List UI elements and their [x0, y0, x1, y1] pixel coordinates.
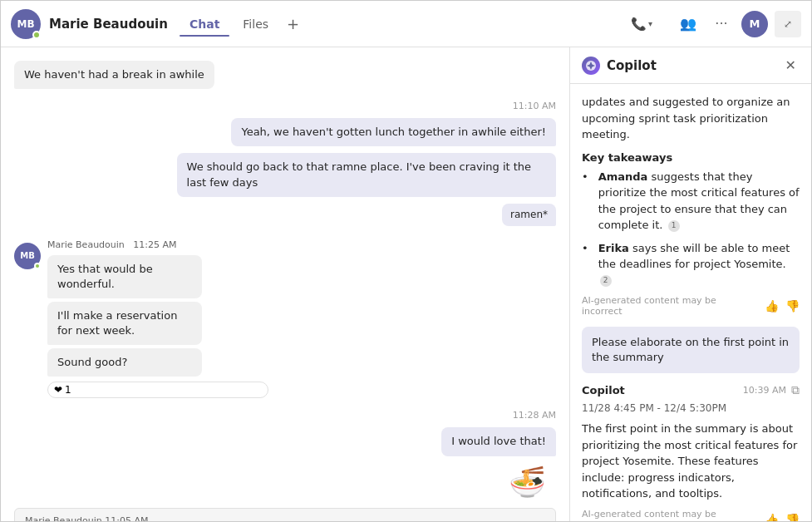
main-content: We haven't had a break in awhile 11:10 A…: [1, 47, 811, 521]
online-status-dot: [32, 31, 41, 39]
reaction-badge[interactable]: ❤️ 1: [47, 382, 268, 398]
message-bubble: Sound good?: [47, 348, 202, 377]
reaction-count: 1: [65, 384, 71, 396]
message-text: We haven't had a break in awhile: [24, 68, 204, 81]
ai-disclaimer: AI-generated content may be incorrect: [582, 295, 758, 317]
copilot-summary-text: updates and suggested to organize an upc…: [582, 94, 800, 143]
contact-name: Marie Beaudouin: [49, 17, 168, 32]
copy-button[interactable]: ⧉: [791, 383, 800, 397]
thumbs-down-button-2[interactable]: 👎: [785, 513, 800, 521]
message-row: We should go back to that ramne place. I…: [14, 153, 556, 196]
sender-avatar: MB: [14, 243, 41, 269]
copilot-bullet: Amanda suggests that they prioritize the…: [582, 169, 800, 234]
bullet-content: Erika says she will be able to meet the …: [598, 240, 800, 289]
message-bubble: Yes that would be wonderful.: [47, 255, 202, 298]
add-tab-button[interactable]: +: [282, 12, 304, 36]
copilot-body: updates and suggested to organize an upc…: [570, 84, 811, 521]
thumbs-up-button-2[interactable]: 👍: [765, 513, 779, 521]
ai-feedback-row-2: AI-generated content may be incorrect 👍 …: [582, 509, 800, 521]
message-bubble: We haven't had a break in awhile: [14, 61, 214, 89]
sender-info: Marie Beaudouin 11:25 AM: [47, 239, 268, 250]
user-avatar-button[interactable]: M: [741, 11, 768, 37]
message-group-content: Marie Beaudouin 11:25 AM Yes that would …: [47, 239, 268, 399]
message-text: Sound good?: [57, 356, 127, 368]
message-row: Yeah, we haven't gotten lunch together i…: [14, 118, 556, 146]
bullet-content: Amanda suggests that they prioritize the…: [598, 169, 800, 234]
call-chevron: ▾: [648, 19, 652, 28]
message-row: We haven't had a break in awhile: [14, 61, 556, 89]
copilot-sender-row: Copilot 10:39 AM ⧉: [582, 383, 800, 397]
copilot-sender-name: Copilot: [582, 384, 625, 396]
ref-badge: 1: [668, 220, 680, 232]
quote-sender: Marie Beaudouin 11:05 AM: [25, 515, 545, 521]
copilot-icon: [582, 57, 600, 75]
quote-block: Marie Beaudouin 11:05 AM Here is the lat…: [14, 508, 556, 521]
message-bubble: ramen*: [502, 204, 556, 226]
copilot-response-text: The first point in the summary is about …: [582, 421, 800, 502]
expand-button[interactable]: ⤢: [775, 11, 801, 37]
tab-chat[interactable]: Chat: [180, 12, 229, 36]
message-text: ramen*: [510, 209, 548, 220]
message-text: I'll make a reservation for next week.: [57, 309, 177, 337]
call-button[interactable]: 📞 ▾: [615, 11, 668, 37]
copilot-user-prompt: Please elaborate on the first point in t…: [582, 327, 800, 373]
thumbs-down-button[interactable]: 👎: [785, 299, 800, 313]
user-avatar-initials: M: [750, 17, 760, 30]
header-actions: 📞 ▾ 👥 ··· M ⤢: [615, 11, 801, 37]
copilot-section-title: Key takeaways: [582, 151, 800, 164]
header: MB Marie Beaudouin Chat Files + 📞 ▾ 👥 ··…: [1, 1, 811, 47]
copilot-panel: Copilot ✕ updates and suggested to organ…: [570, 47, 811, 521]
video-call-button[interactable]: 👥: [675, 11, 701, 37]
chat-messages: We haven't had a break in awhile 11:10 A…: [1, 47, 569, 521]
ramen-emoji: 🍜: [14, 465, 546, 500]
message-with-quote: Marie Beaudouin 11:05 AM Here is the lat…: [14, 508, 556, 521]
message-bubble: Yeah, we haven't gotten lunch together i…: [231, 118, 556, 146]
avatar: MB: [11, 9, 41, 39]
message-text: I would love that!: [451, 435, 546, 447]
message-row: ramen*: [14, 204, 556, 226]
more-options-button[interactable]: ···: [708, 11, 735, 37]
more-icon: ···: [715, 16, 727, 32]
ref-badge: 2: [600, 275, 612, 287]
copilot-date-range: 11/28 4:45 PM - 12/4 5:30PM: [582, 402, 800, 414]
copilot-title: Copilot: [607, 58, 775, 73]
copilot-response-time: 10:39 AM: [743, 385, 786, 396]
message-text: We should go back to that ramne place. I…: [187, 160, 532, 188]
message-text: Yes that would be wonderful.: [57, 263, 153, 290]
video-icon: 👥: [680, 16, 696, 32]
message-text: Yeah, we haven't gotten lunch together i…: [241, 126, 546, 138]
message-row: I would love that!: [14, 427, 556, 456]
header-tabs: Chat Files +: [180, 12, 304, 36]
expand-icon: ⤢: [784, 18, 792, 30]
chat-panel: We haven't had a break in awhile 11:10 A…: [1, 47, 570, 521]
thumbs-up-button[interactable]: 👍: [765, 299, 779, 313]
copilot-response: Copilot 10:39 AM ⧉ 11/28 4:45 PM - 12/4 …: [582, 383, 800, 521]
message-bubble: I'll make a reservation for next week.: [47, 302, 202, 345]
reaction-emoji: ❤️: [54, 384, 62, 396]
copilot-bullet: Erika says she will be able to meet the …: [582, 240, 800, 289]
timestamp: 11:10 AM: [14, 101, 556, 111]
ai-disclaimer-2: AI-generated content may be incorrect: [582, 509, 758, 521]
call-icon: 📞: [631, 17, 647, 32]
tab-files[interactable]: Files: [233, 12, 278, 36]
message-bubble: We should go back to that ramne place. I…: [177, 153, 556, 196]
message-bubble: I would love that!: [441, 427, 556, 456]
copilot-header: Copilot ✕: [570, 47, 811, 84]
ai-feedback-row: AI-generated content may be incorrect 👍 …: [582, 295, 800, 317]
online-dot: [34, 263, 41, 269]
copilot-close-button[interactable]: ✕: [782, 56, 800, 75]
timestamp: 11:28 AM: [14, 410, 556, 421]
message-group: MB Marie Beaudouin 11:25 AM Yes that wou…: [14, 239, 556, 399]
